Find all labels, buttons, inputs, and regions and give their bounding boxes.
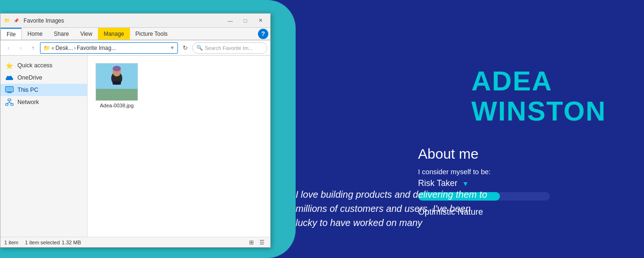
tab-view[interactable]: View — [74, 28, 98, 40]
file-item[interactable]: Adea-0038.jpg — [93, 61, 140, 110]
status-sep — [20, 240, 23, 245]
address-bar: ‹ › ↑ 📁 « Desk... › Favorite Imag... ▼ ↻… — [0, 40, 270, 56]
profile-name-line1: ADEA — [471, 66, 606, 96]
explorer-window: 📁 📌 Favorite Images — □ ✕ File Home Shar… — [0, 13, 271, 248]
star-icon: ⭐ — [5, 61, 14, 70]
title-bar-icons: 📁 📌 — [3, 17, 20, 24]
breadcrumb-sep1: « — [51, 45, 55, 51]
file-name: Adea-0038.jpg — [100, 103, 134, 108]
window-controls: — □ ✕ — [223, 16, 267, 25]
title-bar-pin: 📌 — [12, 17, 20, 24]
breadcrumb-desk[interactable]: Desk... — [56, 45, 73, 51]
forward-button[interactable]: › — [16, 43, 26, 53]
ribbon: File Home Share View Manage Picture Tool… — [0, 28, 270, 40]
sidebar-item-onedrive[interactable]: OneDrive — [0, 72, 87, 84]
svg-point-14 — [113, 66, 121, 72]
search-box[interactable]: 🔍 Search Favorite Im... — [192, 42, 267, 54]
consider-label: I consider myself to be: — [418, 168, 606, 176]
sidebar-item-network[interactable]: Network — [0, 96, 87, 108]
back-button[interactable]: ‹ — [3, 43, 14, 53]
photo-svg — [96, 63, 137, 101]
refresh-button[interactable]: ↻ — [180, 43, 190, 53]
svg-rect-1 — [7, 88, 12, 91]
cloud-icon — [5, 73, 14, 82]
title-bar: 📁 📌 Favorite Images — □ ✕ — [0, 14, 270, 28]
sidebar-label-this-pc: This PC — [17, 87, 38, 93]
risk-taker-label: Risk Taker — [418, 178, 458, 188]
tab-file[interactable]: File — [0, 28, 22, 40]
maximize-button[interactable]: □ — [238, 16, 252, 25]
dropdown-arrow-icon[interactable]: ▼ — [462, 180, 469, 187]
svg-rect-5 — [6, 104, 8, 105]
status-item-count: 1 item — [4, 240, 18, 245]
svg-rect-6 — [11, 104, 13, 105]
tab-manage[interactable]: Manage — [98, 28, 129, 40]
profile-name: ADEA WINSTON — [471, 66, 606, 126]
file-area: Adea-0038.jpg — [88, 56, 270, 237]
svg-rect-11 — [96, 89, 137, 100]
svg-rect-4 — [8, 99, 11, 101]
tab-home[interactable]: Home — [22, 28, 48, 40]
breadcrumb-favorite[interactable]: Favorite Imag... — [77, 45, 116, 51]
panel-curve — [267, 0, 296, 258]
sidebar: ⭐ Quick access OneDrive — [0, 56, 88, 237]
view-details[interactable]: ☰ — [257, 238, 266, 247]
breadcrumb-arrow: › — [74, 45, 76, 51]
breadcrumb-folder-icon: 📁 — [43, 45, 50, 51]
sidebar-label-network: Network — [17, 99, 39, 105]
sidebar-item-this-pc[interactable]: This PC — [0, 84, 87, 96]
profile-panel: ADEA WINSTON About me I consider myself … — [267, 0, 644, 258]
help-button[interactable]: ? — [258, 29, 268, 39]
status-bar: 1 item 1 item selected 1.32 MB ⊞ ☰ — [0, 237, 270, 247]
window-title: Favorite Images — [22, 17, 223, 24]
sidebar-label-quick-access: Quick access — [17, 62, 52, 69]
main-content: ⭐ Quick access OneDrive — [0, 56, 270, 237]
about-title: About me — [418, 146, 606, 162]
ribbon-tabs: File Home Share View Manage Picture Tool… — [0, 28, 270, 40]
up-button[interactable]: ↑ — [28, 43, 38, 53]
pc-icon — [5, 86, 14, 94]
status-size: 1.32 MB — [62, 240, 81, 245]
quote-section: I love building products and delivering … — [296, 187, 493, 230]
svg-rect-2 — [8, 92, 11, 93]
sidebar-item-quick-access[interactable]: ⭐ Quick access — [0, 59, 87, 72]
profile-name-line2: WINSTON — [471, 96, 606, 126]
status-bar-right: ⊞ ☰ — [247, 238, 266, 247]
tab-share[interactable]: Share — [48, 28, 74, 40]
breadcrumb-dropdown[interactable]: ▼ — [170, 45, 175, 50]
status-selection: 1 item selected — [25, 240, 60, 245]
file-thumbnail — [96, 63, 138, 101]
view-medium-icons[interactable]: ⊞ — [247, 238, 256, 247]
search-icon: 🔍 — [196, 45, 203, 51]
risk-taker-row: Risk Taker ▼ — [418, 178, 606, 188]
tab-picture-tools[interactable]: Picture Tools — [130, 28, 173, 40]
svg-rect-15 — [113, 81, 121, 85]
folder-icon: 📁 — [3, 17, 11, 24]
svg-rect-3 — [7, 93, 12, 93]
minimize-button[interactable]: — — [223, 16, 237, 25]
sidebar-label-onedrive: OneDrive — [17, 74, 42, 81]
search-placeholder: Search Favorite Im... — [205, 45, 253, 51]
close-button[interactable]: ✕ — [253, 16, 267, 25]
network-icon — [5, 98, 14, 106]
quote-text: I love building products and delivering … — [296, 187, 493, 230]
address-box[interactable]: 📁 « Desk... › Favorite Imag... ▼ — [40, 42, 178, 54]
